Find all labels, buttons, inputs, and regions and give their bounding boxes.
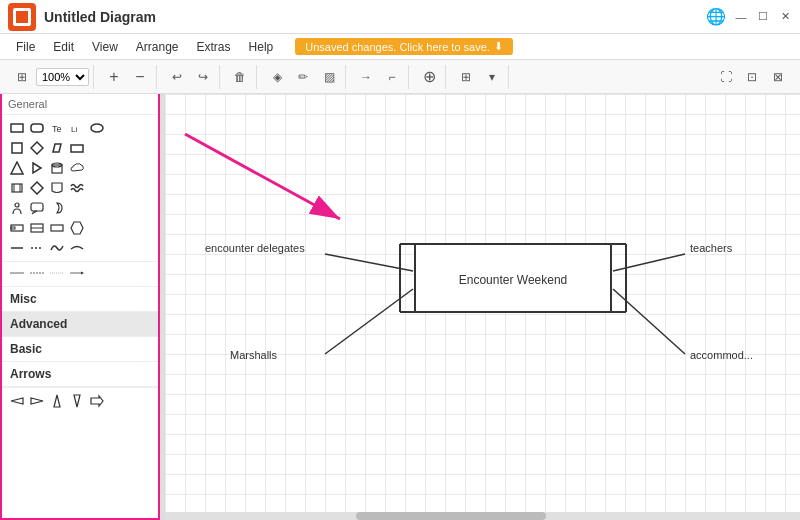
shape-text[interactable]: Te [48, 119, 66, 137]
toolbar-insert-group: ⊕ [413, 65, 446, 89]
waypoint-button[interactable]: ⌐ [380, 65, 404, 89]
conn-dash[interactable] [28, 264, 46, 282]
arr-right[interactable] [28, 392, 46, 410]
menu-extras[interactable]: Extras [189, 38, 239, 56]
shape-rtriangle[interactable] [28, 159, 46, 177]
sidebar-categories: Misc Advanced Basic Arrows [2, 286, 158, 387]
redo-button[interactable]: ↪ [191, 65, 215, 89]
shape-line2[interactable] [28, 239, 46, 257]
menu-file[interactable]: File [8, 38, 43, 56]
shape-wave[interactable] [68, 179, 86, 197]
shape-r1[interactable] [8, 219, 26, 237]
delete-button[interactable]: 🗑 [228, 65, 252, 89]
shape-e15 [108, 199, 126, 217]
reset-button[interactable]: ⊠ [766, 65, 790, 89]
fill-button[interactable]: ◈ [265, 65, 289, 89]
shape-parallelogram[interactable] [48, 139, 66, 157]
shape-process[interactable] [8, 179, 26, 197]
shape-r2[interactable] [28, 219, 46, 237]
conn-arrow[interactable] [68, 264, 86, 282]
zoom-out-button[interactable]: − [128, 65, 152, 89]
toolbar-history-group: ↩ ↪ [161, 65, 220, 89]
fullscreen-button[interactable]: ⛶ [714, 65, 738, 89]
label-marshalls: Marshalls [230, 349, 278, 361]
canvas[interactable]: Encounter Weekend encounter delegates Ma… [165, 94, 800, 520]
sidebar-cat-basic[interactable]: Basic [2, 337, 158, 362]
shape-cloud[interactable] [68, 159, 86, 177]
svg-line-42 [613, 254, 685, 271]
zoom-in-button[interactable]: + [102, 65, 126, 89]
menu-help[interactable]: Help [241, 38, 282, 56]
shape-rounded-rect[interactable] [28, 119, 46, 137]
shape-triangle[interactable] [8, 159, 26, 177]
shadow-button[interactable]: ▨ [317, 65, 341, 89]
zoom-select[interactable]: 100% 75% 50% 150% [36, 68, 89, 86]
shape-crescent[interactable] [48, 199, 66, 217]
save-notice-text: Unsaved changes. Click here to save. [305, 41, 490, 53]
app-logo-icon [13, 8, 31, 26]
save-notice-button[interactable]: Unsaved changes. Click here to save. ⬇ [295, 38, 513, 55]
shape-line4[interactable] [68, 239, 86, 257]
shape-r3[interactable] [48, 219, 66, 237]
shape-doc[interactable] [48, 179, 66, 197]
toolbar-home-group: ⊞ 100% 75% 50% 150% [6, 65, 94, 89]
minimize-button[interactable]: — [734, 10, 748, 24]
connection-button[interactable]: → [354, 65, 378, 89]
menu-arrange[interactable]: Arrange [128, 38, 187, 56]
shape-diamond[interactable] [28, 139, 46, 157]
svg-marker-10 [33, 163, 41, 173]
diagram-svg: Encounter Weekend encounter delegates Ma… [165, 94, 800, 520]
window-controls: — ☐ ✕ [734, 10, 792, 24]
menu-edit[interactable]: Edit [45, 38, 82, 56]
shape-e7 [128, 159, 146, 177]
table-button[interactable]: ⊞ [454, 65, 478, 89]
shape-sq[interactable] [8, 139, 26, 157]
canvas-scrollbar-thumb[interactable] [356, 512, 547, 520]
shape-decision[interactable] [28, 179, 46, 197]
sidebar-cat-misc[interactable]: Misc [2, 287, 158, 312]
connector-row [2, 261, 158, 284]
arrow-shapes-grid [2, 387, 158, 414]
shape-e11 [128, 179, 146, 197]
insert-button[interactable]: ⊕ [417, 65, 441, 89]
svg-point-17 [15, 203, 19, 207]
arr-right2[interactable] [88, 392, 106, 410]
shape-line1[interactable] [8, 239, 26, 257]
shape-empty1 [108, 119, 126, 137]
shape-callout[interactable] [28, 199, 46, 217]
shape-e8 [148, 159, 160, 177]
svg-rect-1 [31, 124, 43, 132]
undo-button[interactable]: ↩ [165, 65, 189, 89]
svg-marker-6 [31, 142, 43, 154]
arr-left[interactable] [8, 392, 26, 410]
sidebar-cat-advanced[interactable]: Advanced [2, 312, 158, 337]
shape-line3[interactable] [48, 239, 66, 257]
shape-e17 [148, 199, 160, 217]
shape-rectangle[interactable] [8, 119, 26, 137]
toolbar-format-group: ◈ ✏ ▨ [261, 65, 346, 89]
shape-rect2[interactable] [68, 139, 86, 157]
menu-view[interactable]: View [84, 38, 126, 56]
label-encounter-delegates: encounter delegates [205, 242, 305, 254]
arr-up[interactable] [48, 392, 66, 410]
table-dropdown[interactable]: ▾ [480, 65, 504, 89]
sidebar-cat-arrows[interactable]: Arrows [2, 362, 158, 387]
shape-link[interactable]: Li [68, 119, 86, 137]
shape-cylinder[interactable] [48, 159, 66, 177]
conn-dot[interactable] [48, 264, 66, 282]
shape-e21 [148, 219, 160, 237]
shape-person[interactable] [8, 199, 26, 217]
svg-marker-7 [53, 144, 61, 152]
globe-icon[interactable]: 🌐 [706, 7, 726, 26]
arr-down[interactable] [68, 392, 86, 410]
maximize-button[interactable]: ☐ [756, 10, 770, 24]
line-color-button[interactable]: ✏ [291, 65, 315, 89]
shape-r4[interactable] [68, 219, 86, 237]
fit-page-button[interactable]: ⊡ [740, 65, 764, 89]
shape-ellipse[interactable] [88, 119, 106, 137]
shape-e1 [88, 139, 106, 157]
close-button[interactable]: ✕ [778, 10, 792, 24]
canvas-scrollbar[interactable] [165, 512, 800, 520]
home-button[interactable]: ⊞ [10, 65, 34, 89]
conn-solid[interactable] [8, 264, 26, 282]
